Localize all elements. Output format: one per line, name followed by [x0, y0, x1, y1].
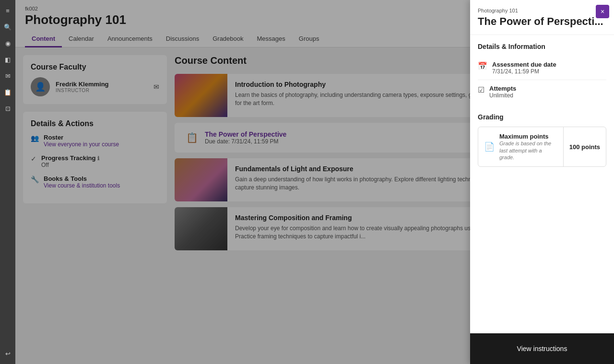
- max-points-label: Maximum points: [499, 133, 557, 140]
- assessment-due-content: Assessment due date 7/31/24, 11:59 PM: [492, 61, 556, 75]
- attempts-content: Attempts Unlimited: [489, 85, 516, 99]
- grading-icon: 📄: [484, 141, 495, 152]
- grading-box-left: 📄 Maximum points Grade is based on the l…: [478, 127, 563, 166]
- panel-footer: View instructions: [470, 333, 614, 364]
- back-icon[interactable]: ↩: [1, 347, 14, 360]
- apps-icon[interactable]: ⊡: [1, 102, 14, 115]
- grading-box: 📄 Maximum points Grade is based on the l…: [478, 127, 606, 167]
- panel-title: The Power of Perspecti...: [478, 15, 606, 28]
- grading-label: Grading: [478, 113, 606, 121]
- max-points-value: 100 points: [563, 127, 606, 166]
- attempts-value: Unlimited: [489, 92, 516, 99]
- panel-details-section: Details & Information 📅 Assessment due d…: [478, 43, 606, 104]
- max-points-sub: Grade is based on the last attempt with …: [499, 140, 557, 161]
- side-panel: × Photography 101 The Power of Perspecti…: [470, 0, 614, 364]
- main-wrapper: fk002 Photography 101 Content Calendar A…: [15, 0, 614, 364]
- panel-course-label: Photography 101: [478, 8, 606, 13]
- attempts-row: ☑ Attempts Unlimited: [478, 80, 606, 104]
- attempts-label: Attempts: [489, 85, 516, 92]
- view-instructions-button[interactable]: View instructions: [478, 339, 606, 358]
- grading-info: Maximum points Grade is based on the las…: [499, 133, 557, 161]
- assessment-due-row: 📅 Assessment due date 7/31/24, 11:59 PM: [478, 56, 606, 80]
- modules-icon[interactable]: ◧: [1, 53, 14, 66]
- search-icon[interactable]: 🔍: [1, 20, 14, 34]
- panel-grading-section: Grading 📄 Maximum points Grade is based …: [478, 113, 606, 167]
- panel-body: Details & Information 📅 Assessment due d…: [470, 35, 614, 333]
- assessment-due-label: Assessment due date: [492, 61, 556, 68]
- grades-icon[interactable]: 📋: [1, 85, 14, 99]
- panel-header: Photography 101 The Power of Perspecti..…: [470, 0, 614, 35]
- panel-details-label: Details & Information: [478, 43, 606, 50]
- assessment-due-value: 7/31/24, 11:59 PM: [492, 68, 556, 75]
- attempts-icon: ☑: [478, 85, 484, 94]
- courses-icon[interactable]: ◉: [1, 36, 14, 50]
- side-nav: ≡ 🔍 ◉ ◧ ✉ 📋 ⊡ ↩: [0, 0, 15, 364]
- calendar-icon: 📅: [478, 61, 487, 70]
- messages-icon[interactable]: ✉: [1, 69, 14, 82]
- menu-icon[interactable]: ≡: [1, 4, 14, 17]
- close-button[interactable]: ×: [596, 5, 609, 18]
